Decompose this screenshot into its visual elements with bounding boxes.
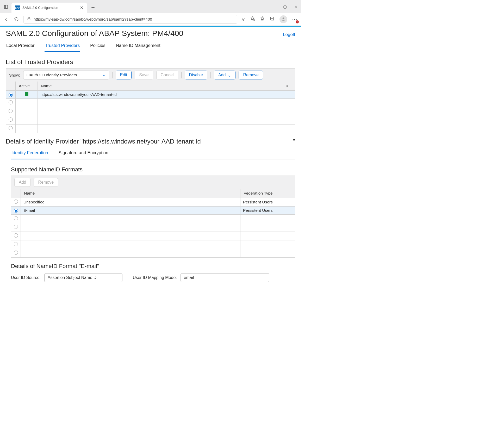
subtab-signature-and-encryption[interactable]: Signature and Encryption <box>58 148 109 159</box>
add-button-label: Add <box>218 73 226 77</box>
nameid-toolbar: Add Remove <box>11 176 295 189</box>
save-button: Save <box>135 71 153 79</box>
nameid-name: Unspecified <box>21 198 240 207</box>
nameid-detail-form: User ID Source: User ID Mapping Mode: <box>11 273 295 282</box>
table-row-empty[interactable] <box>11 215 295 223</box>
nameid-title: Supported NameID Formats <box>11 166 295 173</box>
maximize-icon[interactable]: ▢ <box>283 4 287 9</box>
nameid-name: E-mail <box>21 207 240 215</box>
trusted-providers-title: List of Trusted Providers <box>6 58 295 66</box>
sap-favicon-icon: SAP <box>15 5 20 10</box>
profile-avatar[interactable] <box>279 15 287 23</box>
disable-button[interactable]: Disable <box>185 71 207 79</box>
row-radio[interactable] <box>14 251 18 255</box>
logoff-link[interactable]: Logoff <box>283 32 295 37</box>
table-row[interactable]: UnspecifiedPersistent Users <box>11 198 295 207</box>
tab-close-icon[interactable]: ✕ <box>80 6 83 10</box>
subtab-identity-federation[interactable]: Identity Federation <box>11 148 49 159</box>
trusted-toolbar: Show: OAuth 2.0 Identity Providers ⌄ Edi… <box>6 68 295 82</box>
row-radio[interactable] <box>9 117 13 122</box>
row-radio[interactable] <box>14 242 18 246</box>
minimize-icon[interactable]: — <box>272 4 276 9</box>
detail-tabs: Identity FederationSignature and Encrypt… <box>11 148 295 159</box>
page-title: SAML 2.0 Configuration of ABAP System: P… <box>6 29 183 38</box>
chevron-down-icon: ⌄ <box>102 73 106 77</box>
browser-tab[interactable]: SAP SAML 2.0 Configuration ✕ <box>11 3 87 13</box>
col-select <box>11 189 21 198</box>
nameid-fed: Persistent Users <box>240 207 295 215</box>
table-row[interactable]: https://sts.windows.net/your-AAD-tenant-… <box>6 91 295 99</box>
url-field[interactable]: https://my-sap-gw.com/sap/bc/webdynpro/s… <box>23 15 237 24</box>
row-radio[interactable] <box>9 93 13 97</box>
svg-rect-1 <box>4 5 8 9</box>
col-active[interactable]: Active <box>16 82 38 91</box>
nameid-table: Name Federation Type UnspecifiedPersiste… <box>11 189 295 258</box>
back-icon[interactable] <box>4 16 9 22</box>
favorites-icon[interactable] <box>260 16 265 22</box>
lock-icon <box>27 17 31 22</box>
row-radio[interactable] <box>9 100 13 104</box>
tab-policies[interactable]: Policies <box>90 40 106 52</box>
separator <box>181 72 182 78</box>
main-tabs: Local ProviderTrusted ProvidersPoliciesN… <box>6 40 295 52</box>
col-nameid-name[interactable]: Name <box>21 189 240 198</box>
nameid-fed: Persistent Users <box>240 198 295 207</box>
row-radio[interactable] <box>9 126 13 130</box>
provider-name: https://sts.windows.net/your-AAD-tenant-… <box>38 91 295 99</box>
row-radio[interactable] <box>14 233 18 238</box>
browser-tab-title: SAML 2.0 Configuration <box>22 6 77 10</box>
table-row[interactable]: E-mailPersistent Users <box>11 207 295 215</box>
remove-button[interactable]: Remove <box>239 71 263 79</box>
col-fed-type[interactable]: Federation Type <box>240 189 295 198</box>
col-select <box>6 82 16 91</box>
browser-tab-strip: SAP SAML 2.0 Configuration ✕ ＋ — ▢ ✕ <box>0 0 301 13</box>
table-row-empty[interactable] <box>11 232 295 240</box>
tab-name-id-management[interactable]: Name ID Management <box>115 40 161 52</box>
read-aloud-icon[interactable]: Aⁿ <box>241 17 245 22</box>
table-row-empty[interactable] <box>6 125 295 133</box>
table-row-empty[interactable] <box>11 223 295 232</box>
table-row-empty[interactable] <box>6 107 295 116</box>
new-tab-button[interactable]: ＋ <box>89 3 97 11</box>
svg-rect-2 <box>28 18 30 20</box>
show-select[interactable]: OAuth 2.0 Identity Providers ⌄ <box>23 71 109 79</box>
user-id-mapping-field[interactable] <box>181 273 269 282</box>
nameid-add-button: Add <box>14 178 30 187</box>
tab-trusted-providers[interactable]: Trusted Providers <box>45 40 80 52</box>
details-title: Details of Identity Provider "https://st… <box>6 138 295 145</box>
source-label: User ID Source: <box>11 275 41 280</box>
address-bar: https://my-sap-gw.com/sap/bc/webdynpro/s… <box>0 13 301 26</box>
mapping-label: User ID Mapping Mode: <box>133 275 177 280</box>
row-radio[interactable] <box>14 209 18 213</box>
add-button[interactable]: Add ⌄ <box>214 71 235 79</box>
separator <box>112 72 113 78</box>
row-radio[interactable] <box>14 225 18 229</box>
show-label: Show: <box>9 73 20 77</box>
table-row-empty[interactable] <box>6 116 295 125</box>
close-window-icon[interactable]: ✕ <box>294 4 298 9</box>
collections-icon[interactable] <box>270 16 275 22</box>
refresh-icon[interactable] <box>14 16 19 22</box>
window-controls: — ▢ ✕ <box>272 4 298 9</box>
url-text: https://my-sap-gw.com/sap/bc/webdynpro/s… <box>34 17 152 21</box>
edit-button[interactable]: Edit <box>116 71 132 79</box>
chevron-down-icon: ⌄ <box>228 73 231 78</box>
table-row-empty[interactable] <box>11 249 295 258</box>
user-id-source-field[interactable] <box>44 273 122 282</box>
row-radio[interactable] <box>14 200 18 204</box>
row-radio[interactable] <box>14 216 18 220</box>
row-radio[interactable] <box>9 109 13 113</box>
cancel-button: Cancel <box>156 71 178 79</box>
table-row-empty[interactable] <box>6 99 295 107</box>
trusted-providers-table: Active Name ≡ https://sts.windows.net/yo… <box>6 82 295 133</box>
tab-actions-icon[interactable] <box>3 3 9 10</box>
more-menu-icon[interactable]: ⋯! <box>292 16 297 22</box>
col-name[interactable]: Name <box>38 82 283 91</box>
active-indicator-icon <box>25 92 28 96</box>
tab-local-provider[interactable]: Local Provider <box>6 40 35 52</box>
col-sort-icon[interactable]: ≡ <box>283 82 295 91</box>
star-add-icon[interactable] <box>250 16 255 22</box>
svg-point-5 <box>283 17 284 19</box>
separator <box>210 72 211 78</box>
table-row-empty[interactable] <box>11 240 295 249</box>
